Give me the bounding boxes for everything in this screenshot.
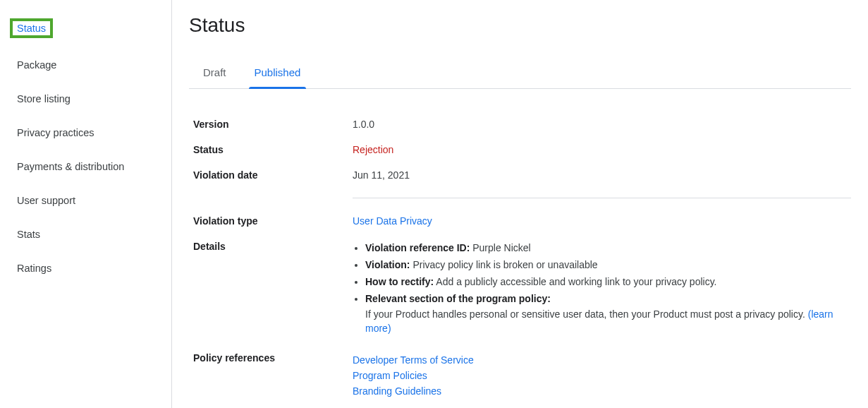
detail-ref-id: Violation reference ID: Purple Nickel [365,241,851,255]
sidebar-item-stats[interactable]: Stats [0,217,171,251]
tab-draft[interactable]: Draft [189,58,240,88]
sidebar-item-ratings[interactable]: Ratings [0,251,171,285]
relevant-body: If your Product handles personal or sens… [365,308,808,320]
violation-type-link[interactable]: User Data Privacy [353,215,432,227]
sidebar-item-payments-distribution[interactable]: Payments & distribution [0,150,171,184]
version-value: 1.0.0 [353,119,851,130]
detail-rectify-key: How to rectify: [365,276,434,287]
violation-type-label: Violation type [193,215,353,227]
detail-relevant: Relevant section of the program policy: … [365,292,851,335]
row-policy-references: Policy references Developer Terms of Ser… [193,345,851,406]
sidebar-item-user-support[interactable]: User support [0,184,171,217]
details-label: Details [193,241,353,252]
sidebar-item-package[interactable]: Package [0,48,171,82]
row-version: Version 1.0.0 [193,112,851,137]
detail-violation-key: Violation: [365,259,410,270]
sidebar-item-store-listing[interactable]: Store listing [0,82,171,116]
row-details: Details Violation reference ID: Purple N… [193,234,851,345]
sidebar-item-privacy-practices[interactable]: Privacy practices [0,116,171,150]
row-status: Status Rejection [193,137,851,162]
policy-ref-branding-guidelines[interactable]: Branding Guidelines [353,383,851,399]
policy-references-label: Policy references [193,352,353,364]
highlight-box: Status [10,18,53,38]
sidebar-item-label: Status [17,23,46,34]
violation-date-label: Violation date [193,169,353,181]
violation-date-value: Jun 11, 2021 [353,169,851,181]
sidebar-item-status[interactable]: Status [0,8,171,48]
detail-rectify-value: Add a publicly accessible and working li… [434,276,716,287]
details-list: Violation reference ID: Purple Nickel Vi… [353,241,851,335]
tabs: Draft Published [189,58,851,89]
policy-ref-developer-tos[interactable]: Developer Terms of Service [353,352,851,368]
detail-relevant-key: Relevant section of the program policy: [365,293,551,304]
row-violation-type: Violation type User Data Privacy [193,208,851,234]
detail-rectify: How to rectify: Add a publicly accessibl… [365,275,851,289]
info-panel: Version 1.0.0 Status Rejection Violation… [189,112,851,406]
sidebar: Status Package Store listing Privacy pra… [0,0,172,408]
detail-violation: Violation: Privacy policy link is broken… [365,258,851,272]
main-content: Status Draft Published Version 1.0.0 Sta… [172,0,868,408]
row-violation-date: Violation date Jun 11, 2021 [193,162,851,188]
status-value: Rejection [353,144,851,155]
detail-violation-value: Privacy policy link is broken or unavail… [410,259,598,270]
detail-relevant-text: If your Product handles personal or sens… [365,307,851,335]
policy-ref-program-policies[interactable]: Program Policies [353,368,851,383]
version-label: Version [193,119,353,130]
detail-ref-id-value: Purple Nickel [470,242,530,253]
tab-published[interactable]: Published [240,58,315,88]
status-label: Status [193,144,353,155]
detail-ref-id-key: Violation reference ID: [365,242,470,253]
page-title: Status [189,14,851,37]
divider [353,198,851,198]
